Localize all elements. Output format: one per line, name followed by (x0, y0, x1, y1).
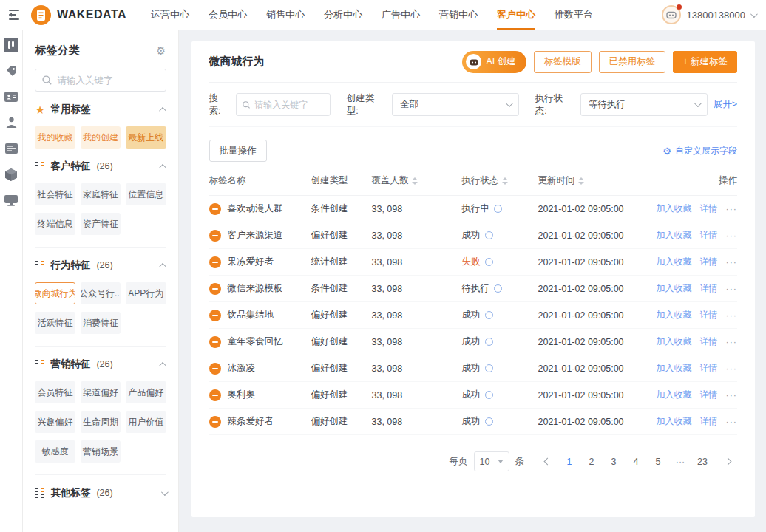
nav-item[interactable]: 运营中心 (141, 0, 199, 30)
sort-icon[interactable] (412, 177, 418, 185)
column-header[interactable]: 创建类型 (311, 174, 372, 187)
rail-tag-icon[interactable] (4, 64, 18, 78)
more-actions-icon[interactable]: ··· (726, 231, 738, 241)
new-tag-button[interactable]: + 新建标签 (673, 51, 737, 73)
rail-id-card-icon[interactable] (4, 89, 18, 104)
nav-item[interactable]: 会员中心 (199, 0, 257, 30)
page-number[interactable]: 2 (582, 452, 601, 471)
refresh-status-icon[interactable] (494, 284, 502, 293)
tag-chip[interactable]: 敏感度 (35, 440, 75, 463)
refresh-status-icon[interactable] (485, 417, 493, 426)
more-actions-icon[interactable]: ··· (726, 204, 738, 214)
nav-item[interactable]: 惟数平台 (545, 0, 603, 30)
tag-chip[interactable]: 公众号行... (81, 282, 121, 304)
more-actions-icon[interactable]: ··· (726, 284, 738, 294)
column-header[interactable]: 执行状态 (462, 174, 538, 187)
customize-fields-link[interactable]: ⚙ 自定义展示字段 (662, 145, 737, 157)
table-row[interactable]: 童年零食回忆 偏好创建 33, 098 成功 2021-01-02 09:05:… (209, 329, 738, 355)
sort-icon[interactable] (578, 177, 584, 185)
section-header[interactable]: 营销特征 (26) (35, 358, 166, 371)
nav-item[interactable]: 营销中心 (430, 0, 487, 30)
tag-chip[interactable]: 活跃特征 (35, 312, 75, 334)
table-row[interactable]: 辣条爱好者 偏好创建 33, 098 成功 2021-01-02 09:05:0… (209, 409, 738, 435)
keyword-search[interactable] (236, 93, 331, 116)
page-number[interactable]: 1 (560, 452, 579, 471)
user-avatar[interactable] (662, 5, 681, 24)
batch-actions-button[interactable]: 批量操作 (209, 140, 267, 162)
tag-chip[interactable]: 终端信息 (35, 213, 75, 235)
table-row[interactable]: 饮品集结地 偏好创建 33, 098 成功 2021-01-02 09:05:0… (209, 302, 738, 329)
collapse-icon[interactable] (159, 262, 166, 270)
column-header[interactable]: 更新时间 (538, 174, 657, 187)
tag-template-button[interactable]: 标签模版 (534, 51, 592, 73)
disabled-tags-button[interactable]: 已禁用标签 (599, 51, 666, 73)
chevron-down-icon[interactable] (750, 10, 758, 18)
collapse-icon[interactable] (159, 163, 166, 171)
page-number[interactable]: 23 (693, 452, 712, 471)
collapse-icon[interactable] (159, 361, 166, 369)
nav-item[interactable]: 分析中心 (314, 0, 372, 30)
detail-link[interactable]: 详情 (700, 282, 718, 295)
rail-kanban-icon[interactable] (4, 38, 18, 52)
add-favorite-link[interactable]: 加入收藏 (657, 415, 692, 428)
refresh-status-icon[interactable] (485, 338, 493, 346)
detail-link[interactable]: 详情 (700, 256, 718, 268)
tag-chip[interactable]: 生命周期 (81, 411, 121, 433)
rail-report-icon[interactable] (4, 141, 18, 156)
rail-cube-icon[interactable] (4, 167, 18, 182)
more-actions-icon[interactable]: ··· (726, 337, 738, 347)
detail-link[interactable]: 详情 (700, 335, 718, 348)
refresh-status-icon[interactable] (494, 205, 502, 213)
tag-chip[interactable]: 会员特征 (35, 381, 75, 403)
panel-settings-gear-icon[interactable]: ⚙ (156, 45, 166, 56)
tag-chip[interactable]: 营销场景 (81, 440, 121, 463)
tag-chip[interactable]: 产品偏好 (126, 381, 166, 403)
expand-icon[interactable] (160, 488, 168, 496)
rail-user-icon[interactable] (4, 115, 18, 130)
more-actions-icon[interactable]: ··· (726, 310, 738, 321)
prev-page-button[interactable] (538, 452, 557, 471)
refresh-status-icon[interactable] (485, 391, 493, 399)
panel-search-input[interactable] (57, 75, 158, 86)
detail-link[interactable]: 详情 (700, 415, 718, 428)
add-favorite-link[interactable]: 加入收藏 (657, 389, 692, 401)
exec-status-select[interactable]: 等待执行 (580, 93, 708, 116)
add-favorite-link[interactable]: 加入收藏 (657, 362, 692, 375)
section-header[interactable]: ★ 常用标签 (35, 103, 166, 116)
table-row[interactable]: 客户来源渠道 偏好创建 33, 098 成功 2021-01-02 09:05:… (209, 222, 738, 249)
create-type-select[interactable]: 全部 (392, 93, 519, 116)
table-row[interactable]: 冰激凌 偏好创建 33, 098 成功 2021-01-02 09:05:00 … (209, 355, 738, 382)
collapse-icon[interactable] (159, 106, 166, 114)
per-page-select[interactable]: 10 (474, 451, 509, 471)
next-page-button[interactable] (718, 452, 737, 471)
more-actions-icon[interactable]: ··· (726, 364, 738, 374)
detail-link[interactable]: 详情 (700, 362, 718, 375)
user-phone[interactable]: 13800138000 (686, 10, 745, 21)
panel-search[interactable] (35, 69, 166, 92)
ai-create-button[interactable]: AI 创建 (462, 51, 526, 73)
tag-chip[interactable]: 资产特征 (81, 213, 121, 235)
table-row[interactable]: 喜欢动漫人群 条件创建 33, 098 执行中 2021-01-02 09:05… (209, 196, 738, 222)
add-favorite-link[interactable]: 加入收藏 (657, 282, 692, 295)
page-number[interactable]: ··· (671, 452, 690, 471)
add-favorite-link[interactable]: 加入收藏 (657, 202, 692, 215)
tag-chip[interactable]: 渠道偏好 (81, 381, 121, 403)
menu-fold-icon[interactable] (9, 10, 21, 20)
refresh-status-icon[interactable] (485, 364, 493, 372)
column-header[interactable]: 操作 (657, 174, 738, 187)
tag-chip[interactable]: 我的收藏 (35, 126, 75, 149)
tag-chip[interactable]: 我的创建 (81, 126, 121, 149)
tag-chip[interactable]: 消费特征 (81, 312, 121, 334)
page-number[interactable]: 5 (648, 452, 668, 471)
detail-link[interactable]: 详情 (700, 229, 718, 242)
expand-filters-link[interactable]: 展开> (714, 98, 737, 111)
tag-chip[interactable]: 用户价值 (126, 411, 166, 433)
detail-link[interactable]: 详情 (700, 202, 718, 215)
add-favorite-link[interactable]: 加入收藏 (657, 229, 692, 242)
add-favorite-link[interactable]: 加入收藏 (657, 256, 692, 268)
section-header[interactable]: 行为特征 (26) (35, 259, 166, 272)
section-header[interactable]: 客户特征 (26) (35, 160, 166, 173)
tag-chip[interactable]: 最新上线 (126, 126, 166, 149)
more-actions-icon[interactable]: ··· (726, 390, 738, 400)
table-row[interactable]: 微信来源模板 条件创建 33, 098 待执行 2021-01-02 09:05… (209, 276, 738, 302)
